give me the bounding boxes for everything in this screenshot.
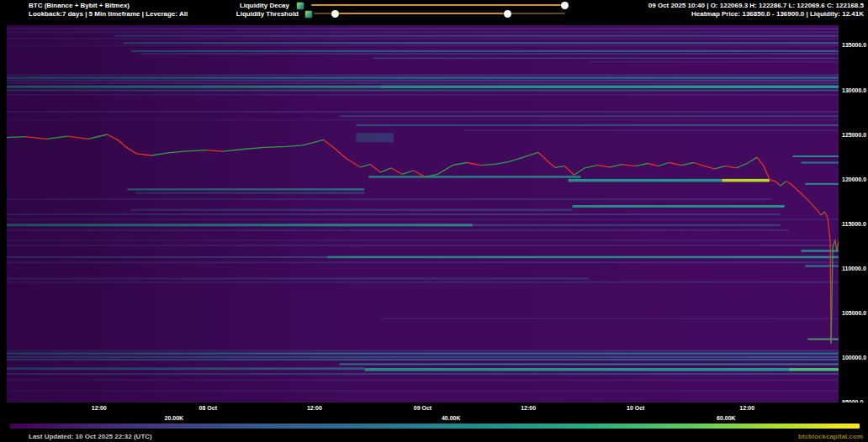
heatmap-plot[interactable] (7, 25, 839, 403)
heatmap-price-readout: Heatmap Price: 136850.0 - 136900.0 | Liq… (648, 10, 864, 18)
decay-overlay (7, 25, 839, 403)
price-tick-label: 110000.0 (842, 266, 866, 271)
time-tick-label: 10 Oct (627, 405, 644, 411)
liquidity-decay-slider-handle[interactable] (561, 2, 569, 9)
footer-bar: Last Updated: 10 Oct 2025 22:32 (UTC) bt… (0, 431, 868, 442)
liquidity-threshold-high-handle[interactable] (504, 10, 511, 18)
symbol-title: BTC (Binance + Bybit + Bitmex) (29, 2, 188, 10)
header-bar: BTC (Binance + Bybit + Bitmex) Lookback:… (0, 0, 868, 25)
liquidity-decay-toggle-icon[interactable] (296, 2, 304, 10)
liquidity-threshold-track-right[interactable] (507, 13, 565, 14)
time-axis: 12:0008 Oct12:0009 Oct12:0010 Oct12:00 (0, 403, 868, 414)
time-tick-label: 09 Oct (414, 405, 431, 411)
colorbar-tick-label: 20.00K (165, 415, 184, 421)
price-tick-label: 105000.0 (842, 310, 866, 316)
price-tick-label: 125000.0 (842, 132, 866, 138)
colorbar-tick-label: 40.00K (442, 415, 461, 421)
liquidity-threshold-toggle-icon[interactable] (304, 10, 313, 18)
time-tick-label: 12:00 (307, 405, 322, 411)
liquidity-decay-label: Liquidity Decay (240, 2, 289, 9)
liquidity-decay-slider-track[interactable] (311, 4, 565, 6)
liquidity-colorbar (10, 424, 860, 429)
liquidity-threshold-track-selected[interactable] (335, 13, 507, 14)
time-tick-label: 12:00 (521, 405, 536, 411)
time-tick-label: 08 Oct (199, 405, 217, 411)
lookback-settings: Lookback:7 days | 5 Min timeframe | Leve… (29, 10, 188, 18)
liquidity-threshold-label: Liquidity Threshold (236, 10, 299, 18)
last-updated-text: Last Updated: 10 Oct 2025 22:32 (UTC) (29, 433, 152, 440)
liquidity-threshold-low-handle[interactable] (331, 10, 339, 18)
time-tick-label: 12:00 (739, 405, 754, 411)
price-tick-label: 130000.0 (842, 87, 866, 93)
heatmap-canvas[interactable] (7, 25, 839, 403)
ohlc-line: 09 Oct 2025 10:40 | O: 122069.3 H: 12228… (648, 2, 864, 10)
site-link[interactable]: btcblockcapital.com (798, 433, 863, 440)
price-tick-label: 100000.0 (842, 355, 866, 360)
symbol-info: BTC (Binance + Bybit + Bitmex) Lookback:… (29, 2, 188, 18)
price-tick-label: 120000.0 (842, 176, 866, 182)
ohlc-readout: 09 Oct 2025 10:40 | O: 122069.3 H: 12228… (648, 2, 864, 18)
time-tick-label: 12:00 (92, 405, 107, 411)
price-tick-label: 135000.0 (842, 42, 866, 48)
colorbar-tick-label: 60.00K (717, 415, 736, 421)
colorbar-row: 20.00K40.00K60.00K (0, 414, 868, 431)
price-tick-label: 115000.0 (842, 221, 866, 227)
price-axis: 135000.0130000.0125000.0120000.0115000.0… (839, 25, 868, 403)
